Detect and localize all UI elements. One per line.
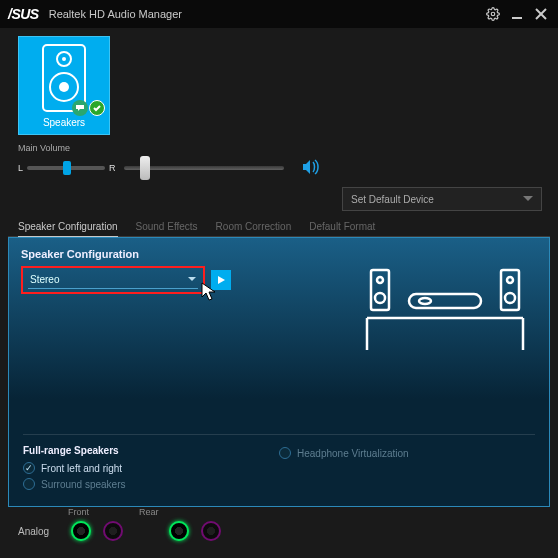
headphone-virt-label: Headphone Virtualization — [297, 448, 409, 459]
asus-logo: /SUS — [8, 6, 39, 22]
set-default-device-dropdown[interactable]: Set Default Device — [342, 187, 542, 211]
tab-room-correction[interactable]: Room Correction — [216, 217, 292, 236]
set-default-label: Set Default Device — [351, 194, 434, 205]
device-speakers-tile[interactable]: Speakers — [18, 36, 110, 135]
svg-point-10 — [377, 277, 383, 283]
analog-label: Analog — [18, 526, 49, 537]
device-area: Speakers — [0, 28, 558, 139]
titlebar: /SUS Realtek HD Audio Manager — [0, 0, 558, 28]
test-play-button[interactable] — [211, 270, 231, 290]
jack-rear-green[interactable] — [169, 521, 189, 541]
rear-label: Rear — [139, 507, 159, 517]
tab-speaker-configuration[interactable]: Speaker Configuration — [18, 217, 118, 237]
svg-point-11 — [375, 293, 385, 303]
check-icon — [279, 447, 291, 459]
volume-panel: Main Volume L R — [0, 139, 558, 177]
svg-point-13 — [507, 277, 513, 283]
close-button[interactable] — [532, 5, 550, 23]
balance-right-label: R — [109, 163, 116, 173]
speaker-config-dropdown[interactable]: Stereo — [28, 271, 198, 289]
window-title: Realtek HD Audio Manager — [49, 8, 478, 20]
speaker-config-panel: Speaker Configuration Stereo Full-range … — [8, 237, 550, 507]
balance-slider[interactable]: L R — [18, 163, 116, 173]
front-lr-label: Front left and right — [41, 463, 122, 474]
chat-badge-icon — [72, 100, 88, 116]
jack-rear-pink[interactable] — [201, 521, 221, 541]
checkbox-front-lr[interactable]: Front left and right — [23, 462, 279, 474]
settings-button[interactable] — [484, 5, 502, 23]
main-volume-label: Main Volume — [18, 143, 540, 153]
volume-icon[interactable] — [302, 159, 322, 177]
play-icon — [216, 275, 226, 285]
svg-point-14 — [505, 293, 515, 303]
tab-sound-effects[interactable]: Sound Effects — [136, 217, 198, 236]
svg-point-16 — [419, 298, 431, 304]
volume-slider[interactable] — [124, 166, 284, 170]
jack-front-green[interactable] — [71, 521, 91, 541]
minimize-button[interactable] — [508, 5, 526, 23]
highlight-annotation: Stereo — [21, 266, 205, 294]
front-label: Front — [68, 507, 89, 517]
chevron-down-icon — [188, 277, 196, 282]
check-icon — [23, 462, 35, 474]
full-range-title: Full-range Speakers — [23, 445, 279, 456]
jack-section-labels: Front Rear — [68, 507, 540, 517]
svg-point-6 — [62, 57, 66, 61]
stereo-setup-graphic — [365, 262, 525, 352]
surround-label: Surround speakers — [41, 479, 126, 490]
jack-front-pink[interactable] — [103, 521, 123, 541]
chevron-down-icon — [523, 196, 533, 202]
device-label: Speakers — [43, 117, 85, 128]
checkbox-surround: Surround speakers — [23, 478, 279, 490]
panel-title: Speaker Configuration — [21, 248, 537, 260]
check-icon — [23, 478, 35, 490]
svg-point-8 — [59, 82, 69, 92]
tabs: Speaker Configuration Sound Effects Room… — [8, 217, 550, 237]
default-check-icon — [89, 100, 105, 116]
svg-point-0 — [491, 12, 495, 16]
balance-left-label: L — [18, 163, 23, 173]
combo-value: Stereo — [30, 274, 59, 285]
checkbox-headphone-virtualization[interactable]: Headphone Virtualization — [279, 447, 535, 459]
tab-default-format[interactable]: Default Format — [309, 217, 375, 236]
